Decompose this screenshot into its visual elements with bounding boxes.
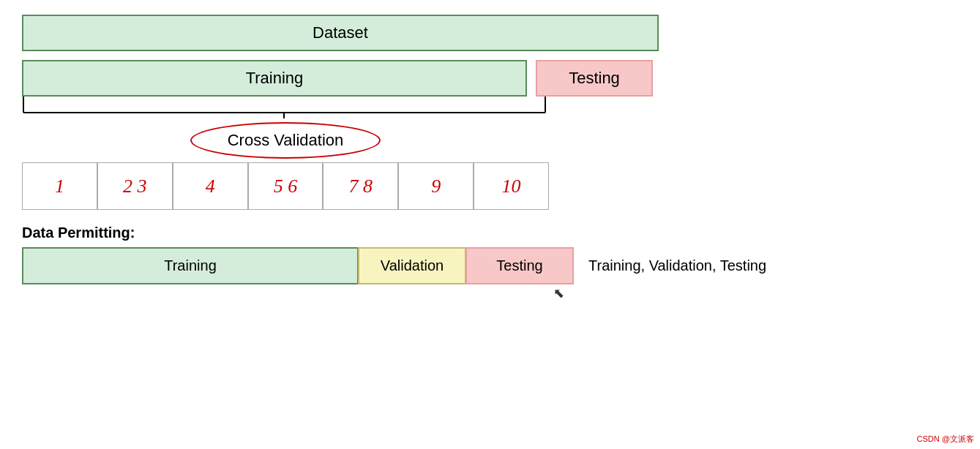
training-box-top: Training [22,60,527,97]
bottom-testing-label: Testing [496,257,542,273]
testing-box-top: Testing [536,60,653,97]
folds-row: 1 2 3 4 5 6 7 8 9 10 [22,162,549,210]
fold-7: 10 [474,162,549,210]
fold-1: 1 [22,162,97,210]
data-permitting-label: Data Permitting: [22,224,958,241]
training-label-top: Training [246,69,304,87]
bracket-svg [22,97,549,118]
bottom-legend-text: Training, Validation, Testing [574,247,766,284]
watermark: CSDN @文派客 [917,434,974,445]
bottom-training-label: Training [164,257,217,273]
bottom-validation-label: Validation [381,257,444,273]
dataset-box: Dataset [22,15,659,51]
bottom-validation-box: Validation [358,247,466,284]
legend-text: Training, Validation, Testing [588,257,766,274]
train-test-row: Training Testing [22,60,703,97]
cross-validation-area: Cross Validation [22,118,549,162]
fold-6: 9 [398,162,474,210]
data-permitting-section: Data Permitting: Training Validation Tes… [22,224,958,284]
cursor-area: ⬉ [553,285,564,301]
testing-label-top: Testing [569,69,620,87]
cross-validation-label: Cross Validation [228,131,344,150]
bottom-training-box: Training [22,247,359,284]
dataset-label: Dataset [313,23,368,42]
main-container: Dataset Training Testing Cross Validatio… [0,0,980,449]
bottom-row: Training Validation Testing Training, Va… [22,247,958,284]
fold-3: 4 [173,162,248,210]
fold-5: 7 8 [323,162,398,210]
fold-2: 2 3 [97,162,173,210]
dataset-row: Dataset [22,15,958,51]
bottom-testing-box: Testing [465,247,574,284]
bracket-container [22,97,549,118]
fold-4: 5 6 [248,162,323,210]
